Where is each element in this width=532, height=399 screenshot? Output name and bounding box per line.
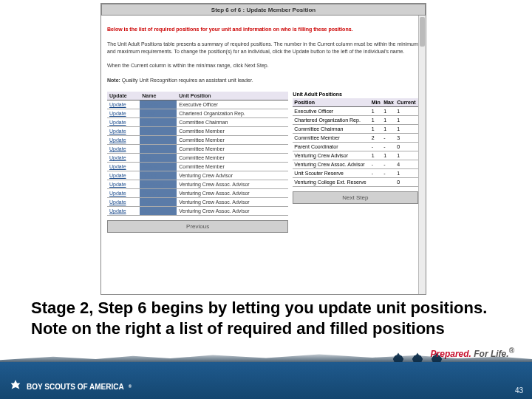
col-update: Update (107, 92, 140, 100)
max-val: - (382, 133, 395, 142)
position-name: Parent Coordinator (293, 142, 369, 151)
member-position: Venturing Crew Assoc. Advisor (177, 188, 288, 197)
step-title: Step 6 of 6 : Update Member Position (101, 4, 426, 16)
current-val: 0 (395, 142, 417, 151)
slide-caption: Stage 2, Step 6 begins by letting you up… (31, 298, 504, 338)
table-row: UpdateJohnCommittee Member (107, 144, 288, 153)
intro-line1: Below is the list of required positions … (107, 27, 353, 32)
intro-line3b: Next Step. (245, 63, 269, 68)
page-number: 43 (515, 386, 523, 395)
table-row: UpdateRichardExecutive Officer (107, 100, 288, 109)
current-val: 4 (395, 160, 417, 168)
member-position: Venturing Crew Assoc. Advisor (177, 197, 288, 206)
member-name: Carol (140, 126, 177, 135)
table-header-row: Position Min Max Current (293, 98, 417, 107)
position-name: Unit Scouter Reserve (293, 168, 369, 177)
max-val: 1 (382, 115, 395, 124)
scroll-thumb[interactable] (420, 17, 425, 47)
member-name: Carl (140, 117, 177, 126)
update-link[interactable]: Update (107, 109, 140, 117)
member-position: Committee Member (177, 144, 288, 153)
max-val: - (382, 160, 395, 168)
table-row: UpdateBenCommittee Member (107, 135, 288, 144)
table-header-row: Update Name Unit Position (107, 92, 288, 100)
min-val (370, 177, 383, 186)
member-name: Ben (140, 135, 177, 144)
update-link[interactable]: Update (107, 135, 140, 144)
member-name: Jane (140, 153, 177, 162)
max-val: 1 (382, 106, 395, 115)
update-link[interactable]: Update (107, 188, 140, 197)
table-row: UpdateCarolCommittee Member (107, 126, 288, 135)
previous-button[interactable]: Previous (107, 220, 288, 233)
positions-panel: Unit Adult Positions Position Min Max Cu… (293, 92, 417, 233)
min-val: - (370, 160, 383, 168)
position-name: Chartered Organization Rep. (293, 115, 369, 124)
member-position: Committee Member (177, 126, 288, 135)
bsa-logo: BOY SCOUTS OF AMERICA® (9, 380, 132, 393)
min-val: - (370, 168, 383, 177)
table-row: Chartered Organization Rep.111 (293, 115, 417, 124)
position-name: Committee Member (293, 133, 369, 142)
max-val: - (382, 168, 395, 177)
member-position: Committee Member (177, 153, 288, 162)
next-step-button[interactable]: Next Step (293, 191, 417, 204)
col-position: Unit Position (177, 92, 288, 100)
min-val: 2 (370, 133, 383, 142)
position-name: Venturing Crew Assoc. Advisor (293, 160, 369, 168)
table-row: Executive Officer111 (293, 106, 417, 115)
update-link[interactable]: Update (107, 206, 140, 215)
table-row: Parent Coordinator--0 (293, 142, 417, 151)
table-row: UpdateTimothyVenturing Crew Assoc. Advis… (107, 188, 288, 197)
update-link[interactable]: Update (107, 171, 140, 180)
update-link[interactable]: Update (107, 180, 140, 188)
current-val: 1 (395, 124, 417, 133)
member-name: Timothy (140, 188, 177, 197)
member-name: John (140, 144, 177, 153)
scrollbar[interactable] (418, 16, 426, 294)
intro-line3a: When the Current column is within the mi… (107, 63, 245, 68)
table-row: UpdateAmberCommittee Member (107, 162, 288, 171)
note-label: Note: (107, 78, 120, 83)
logo-text: BOY SCOUTS OF AMERICA (27, 383, 124, 391)
update-link[interactable]: Update (107, 144, 140, 153)
col-max: Max (382, 98, 395, 107)
table-row: UpdateJaneCommittee Member (107, 153, 288, 162)
min-val: 1 (370, 106, 383, 115)
current-val: 1 (395, 106, 417, 115)
update-link[interactable]: Update (107, 153, 140, 162)
col-position: Position (293, 98, 369, 107)
table-row: UpdateDavidChartered Organization Rep. (107, 109, 288, 117)
min-val: - (370, 142, 383, 151)
member-name: Cooper (140, 206, 177, 215)
member-name: Richard (140, 100, 177, 109)
min-val: 1 (370, 151, 383, 160)
max-val (382, 177, 395, 186)
members-panel: Update Name Unit Position UpdateRichardE… (107, 92, 288, 233)
update-link[interactable]: Update (107, 126, 140, 135)
intro-line2: The Unit Adult Positions table presents … (107, 41, 420, 55)
table-row: Committee Member2-3 (293, 133, 417, 142)
update-link[interactable]: Update (107, 100, 140, 109)
position-name: Committee Chairman (293, 124, 369, 133)
update-link[interactable]: Update (107, 117, 140, 126)
table-row: Venturing College Ext. Reserve0 (293, 177, 417, 186)
members-table: Update Name Unit Position UpdateRichardE… (107, 92, 288, 216)
min-val: 1 (370, 115, 383, 124)
min-val: 1 (370, 124, 383, 133)
col-current: Current (395, 98, 417, 107)
current-val: 1 (395, 115, 417, 124)
col-name: Name (140, 92, 177, 100)
table-row: Unit Scouter Reserve--1 (293, 168, 417, 177)
member-name: David (140, 109, 177, 117)
member-position: Executive Officer (177, 100, 288, 109)
max-val: - (382, 142, 395, 151)
update-link[interactable]: Update (107, 197, 140, 206)
current-val: 1 (395, 168, 417, 177)
member-position: Committee Member (177, 162, 288, 171)
note-text: Quality Unit Recognition requires an ass… (120, 78, 253, 83)
current-val: 1 (395, 151, 417, 160)
member-position: Chartered Organization Rep. (177, 109, 288, 117)
update-link[interactable]: Update (107, 162, 140, 171)
table-row: UpdateMaureenVenturing Crew Assoc. Advis… (107, 180, 288, 188)
